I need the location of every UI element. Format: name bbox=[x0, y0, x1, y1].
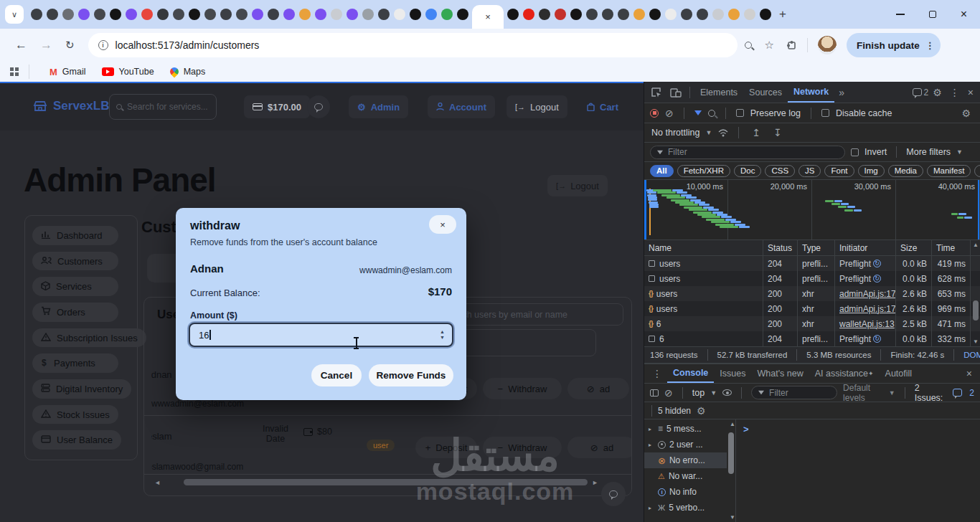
sidebar-item-stock-issues[interactable]: Stock Issues bbox=[32, 405, 118, 424]
network-request-row[interactable]: users204prefli...Preflight↻0.0 kB419 ms bbox=[644, 256, 980, 271]
pinned-tab-favicon[interactable] bbox=[712, 9, 724, 20]
import-har-icon[interactable]: ↥ bbox=[752, 127, 760, 138]
pinned-tab-favicon[interactable] bbox=[602, 9, 613, 20]
pinned-tab-favicon[interactable] bbox=[362, 9, 374, 20]
browser-menu-icon[interactable]: ⋮ bbox=[925, 40, 935, 51]
tab-search-chevron-icon[interactable]: ∨ bbox=[5, 5, 24, 24]
pinned-tab-favicon[interactable] bbox=[555, 9, 566, 20]
context-select[interactable]: top bbox=[692, 388, 705, 398]
hscroll-right-arrow[interactable]: ► bbox=[592, 479, 598, 486]
brand-logo[interactable]: ServexLB bbox=[33, 99, 109, 113]
withdraw-button[interactable]: −Withdraw bbox=[483, 437, 562, 458]
chip-js[interactable]: JS bbox=[798, 165, 821, 177]
drawer-menu-icon[interactable]: ⋮ bbox=[652, 368, 662, 379]
pinned-tab-favicon[interactable] bbox=[126, 9, 137, 20]
initiator-link[interactable]: adminApi.js:17. bbox=[839, 289, 896, 299]
balance-display[interactable]: $170.00 bbox=[244, 95, 310, 118]
bookmark-gmail[interactable]: M Gmail bbox=[50, 67, 86, 77]
pinned-tab-favicon[interactable] bbox=[410, 9, 421, 20]
network-request-row[interactable]: {}users200xhradminApi.js:17.2.6 kB653 ms bbox=[644, 286, 980, 301]
column-header-size[interactable]: Size bbox=[896, 240, 932, 255]
inspect-icon[interactable] bbox=[651, 87, 662, 98]
preserve-log-checkbox[interactable] bbox=[736, 109, 744, 117]
ban-button[interactable]: ⊘ad bbox=[567, 437, 632, 458]
console-tab-autofill[interactable]: Autofill bbox=[880, 364, 918, 383]
drawer-close-icon[interactable]: × bbox=[966, 368, 972, 379]
pinned-tab-favicon[interactable] bbox=[697, 9, 708, 20]
back-button[interactable]: ← bbox=[15, 38, 27, 52]
devtools-settings-icon[interactable]: ⚙ bbox=[933, 87, 942, 98]
console-output[interactable]: > bbox=[736, 419, 980, 522]
console-filter-bug[interactable]: ▸Ж5 verbo... bbox=[644, 500, 727, 516]
device-toolbar-icon[interactable] bbox=[670, 87, 682, 98]
pinned-tab-favicon[interactable] bbox=[394, 9, 405, 20]
pinned-tab-favicon[interactable] bbox=[523, 9, 534, 20]
expand-arrow-icon[interactable]: ▸ bbox=[649, 442, 654, 448]
sidebar-item-orders[interactable]: Orders bbox=[32, 303, 118, 322]
nav-logout-button[interactable]: [→ Logout bbox=[507, 95, 567, 118]
network-search-icon[interactable] bbox=[708, 110, 715, 117]
notifications-button[interactable] bbox=[307, 95, 330, 118]
devtools-menu-icon[interactable]: ⋮ bbox=[950, 87, 960, 98]
bookmark-star-icon[interactable]: ☆ bbox=[765, 39, 774, 52]
pinned-tab-favicon[interactable] bbox=[62, 9, 74, 20]
pinned-tab-favicon[interactable] bbox=[760, 9, 771, 20]
network-request-row[interactable]: users204prefli...Preflight↻0.0 kB628 ms bbox=[644, 271, 980, 286]
console-settings-icon[interactable]: ⚙ bbox=[697, 405, 706, 417]
console-sidebar-toggle-icon[interactable] bbox=[650, 389, 659, 397]
sidebar-item-digital-inventory[interactable]: Digital Inventory bbox=[32, 379, 131, 399]
pinned-tab-favicon[interactable] bbox=[331, 9, 342, 20]
initiator-link[interactable]: adminApi.js:17. bbox=[839, 304, 896, 314]
pinned-tab-favicon[interactable] bbox=[315, 9, 326, 20]
chip-font[interactable]: Font bbox=[824, 165, 854, 177]
scroll-down-icon[interactable]: ▼ bbox=[973, 338, 979, 345]
chip-css[interactable]: CSS bbox=[765, 165, 795, 177]
column-header-name[interactable]: Name bbox=[644, 240, 763, 255]
sidebar-item-dashboard[interactable]: Dashboard bbox=[32, 226, 118, 245]
column-header-time[interactable]: Time bbox=[932, 240, 971, 255]
expand-arrow-icon[interactable]: ▸ bbox=[649, 505, 654, 511]
zoom-icon[interactable] bbox=[745, 42, 752, 49]
scroll-up-icon[interactable]: ▲ bbox=[730, 421, 735, 427]
console-sidebar-scrollbar[interactable]: ▲ ▼ bbox=[727, 421, 735, 521]
profile-avatar[interactable] bbox=[818, 36, 837, 54]
console-filter-input[interactable]: Filter bbox=[751, 386, 837, 399]
site-info-icon[interactable]: i bbox=[98, 40, 108, 50]
pinned-tab-favicon[interactable] bbox=[649, 9, 661, 20]
export-har-icon[interactable]: ↧ bbox=[773, 127, 782, 138]
forward-button[interactable]: → bbox=[40, 38, 52, 52]
console-tab-whatsnew[interactable]: What's new bbox=[751, 364, 809, 383]
pinned-tab-favicon[interactable] bbox=[283, 9, 295, 20]
modal-close-button[interactable]: × bbox=[429, 215, 456, 234]
bookmark-maps[interactable]: Maps bbox=[170, 67, 206, 77]
console-tab-aiassistance[interactable]: AI assistance ✦ bbox=[809, 364, 880, 383]
new-tab-button[interactable]: + bbox=[779, 7, 786, 22]
pinned-tab-favicon[interactable] bbox=[425, 9, 437, 20]
sidebar-item-subscription-issues[interactable]: Subscription Issues bbox=[32, 328, 146, 348]
console-tab-console[interactable]: Console bbox=[667, 364, 714, 383]
pinned-tab-favicon[interactable] bbox=[457, 9, 468, 20]
remove-funds-button[interactable]: Remove Funds bbox=[369, 364, 453, 386]
network-request-row[interactable]: 6204prefli...Preflight↻0.0 kB332 ms bbox=[644, 331, 980, 346]
hscroll-left-arrow[interactable]: ◄ bbox=[154, 479, 161, 486]
bookmark-youtube[interactable]: YouTube bbox=[102, 67, 154, 77]
chip-all[interactable]: All bbox=[650, 165, 674, 177]
table-scrollbar[interactable]: ▲▼ bbox=[970, 240, 980, 346]
window-minimize-button[interactable] bbox=[896, 14, 905, 15]
pinned-tab-favicon[interactable] bbox=[633, 9, 645, 20]
pinned-tab-favicon[interactable] bbox=[252, 9, 263, 20]
sidebar-item-services[interactable]: Services bbox=[32, 277, 118, 296]
column-header-initiator[interactable]: Initiator bbox=[835, 240, 896, 255]
devtools-tab-network[interactable]: Network bbox=[788, 82, 834, 103]
pinned-tab-favicon[interactable] bbox=[681, 9, 692, 20]
scroll-up-icon[interactable]: ▲ bbox=[973, 242, 979, 248]
pinned-tab-favicon[interactable] bbox=[236, 9, 248, 20]
pinned-tab-favicon[interactable] bbox=[744, 9, 755, 20]
chip-manifest[interactable]: Manifest bbox=[927, 165, 971, 177]
nav-admin-button[interactable]: ⚙ Admin bbox=[349, 95, 408, 118]
horizontal-scrollbar[interactable] bbox=[184, 479, 588, 485]
window-close-button[interactable]: × bbox=[961, 9, 967, 20]
devtools-tab-elements[interactable]: Elements bbox=[694, 82, 743, 103]
network-request-row[interactable]: {}6200xhrwalletApi.js:132.5 kB471 ms bbox=[644, 316, 980, 331]
console-filter-warn[interactable]: ⚠No war... bbox=[644, 468, 727, 484]
